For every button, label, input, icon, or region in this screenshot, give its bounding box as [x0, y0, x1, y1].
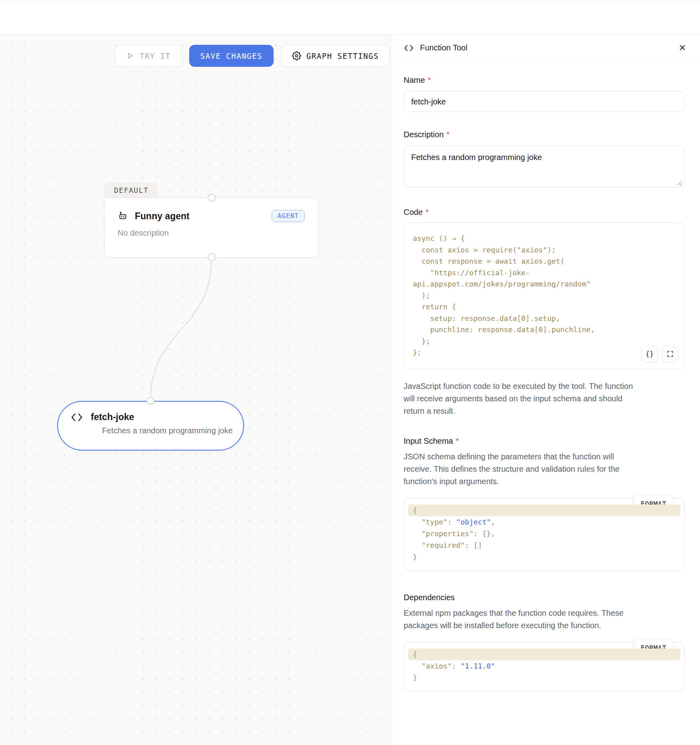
- description-field-wrap: Fetches a random programming joke: [404, 146, 685, 189]
- panel-body: Name* Description* Fetches a random prog…: [391, 61, 700, 707]
- graph-canvas[interactable]: TRY IT SAVE CHANGES GRAPH SETTINGS DEFAU…: [0, 35, 391, 745]
- tool-node-description: Fetches a random programming joke: [102, 426, 231, 435]
- input-schema-help-text: JSON schema defining the parameters that…: [404, 451, 685, 488]
- app-main: TRY IT SAVE CHANGES GRAPH SETTINGS DEFAU…: [0, 35, 700, 745]
- json-line: {: [404, 505, 684, 516]
- tool-node-header: fetch-joke: [71, 412, 231, 423]
- agent-node-top-handle[interactable]: [208, 194, 216, 202]
- required-asterisk: *: [426, 208, 429, 216]
- panel-title: Function Tool: [420, 43, 468, 52]
- code-editor[interactable]: async () ⇒ { const axios = require("axio…: [404, 222, 685, 369]
- tool-node-fetch-joke[interactable]: fetch-joke Fetches a random programming …: [57, 401, 244, 451]
- close-panel-button[interactable]: ✕: [676, 42, 689, 54]
- input-schema-label: Input Schema*: [404, 437, 685, 446]
- json-line: "required": []: [404, 539, 684, 551]
- format-braces-button[interactable]: {}: [642, 346, 658, 362]
- edge-agent-to-tool[interactable]: [150, 258, 212, 401]
- dependencies-label: Dependencies: [404, 593, 685, 602]
- agent-node-bottom-handle[interactable]: [208, 253, 216, 261]
- window-top-bar: [0, 0, 700, 35]
- tool-node-title: fetch-joke: [91, 412, 134, 423]
- agent-node-funny-agent[interactable]: Funny agent AGENT No description: [104, 198, 319, 258]
- name-label: Name*: [404, 76, 685, 85]
- name-input[interactable]: [404, 91, 685, 112]
- edge-layer: [0, 35, 391, 745]
- json-line: {: [404, 649, 684, 660]
- close-icon: ✕: [679, 43, 686, 53]
- input-schema-editor[interactable]: FORMAT { "type": "object", "properties":…: [404, 498, 685, 571]
- description-label: Description*: [404, 130, 685, 139]
- agent-node-header: Funny agent AGENT: [118, 210, 305, 222]
- gear-icon: [292, 51, 301, 60]
- robot-icon: [118, 211, 128, 221]
- code-brackets-icon: [71, 413, 83, 422]
- required-asterisk: *: [446, 130, 450, 139]
- tool-node-top-handle[interactable]: [146, 397, 154, 405]
- group-tab-default[interactable]: DEFAULT: [104, 182, 158, 198]
- try-it-button[interactable]: TRY IT: [115, 45, 182, 67]
- braces-icon: {}: [646, 350, 654, 358]
- json-line: "axios": "1.11.0": [404, 660, 684, 672]
- save-changes-label: SAVE CHANGES: [200, 52, 262, 60]
- dependencies-editor[interactable]: FORMAT { "axios": "1.11.0" }: [404, 642, 685, 691]
- json-line: }: [404, 672, 684, 683]
- code-content[interactable]: async () ⇒ { const axios = require("axio…: [413, 233, 676, 358]
- active-line-highlight: [408, 649, 680, 660]
- dependencies-help-text: External npm packages that the function …: [404, 607, 685, 632]
- code-editor-actions: {}: [642, 346, 678, 362]
- agent-node-description: No description: [118, 228, 305, 238]
- code-brackets-icon: [404, 44, 414, 52]
- description-textarea[interactable]: Fetches a random programming joke: [404, 146, 685, 188]
- code-label: Code*: [404, 208, 685, 217]
- required-asterisk: *: [428, 76, 431, 84]
- group-tab-label: DEFAULT: [114, 186, 148, 194]
- resize-grip-icon[interactable]: [676, 180, 682, 186]
- panel-header: Function Tool ✕: [391, 35, 700, 61]
- expand-fullscreen-button[interactable]: [662, 346, 678, 362]
- try-it-label: TRY IT: [140, 52, 171, 60]
- active-line-highlight: [408, 505, 680, 516]
- agent-type-badge: AGENT: [272, 210, 305, 222]
- graph-settings-label: GRAPH SETTINGS: [306, 52, 379, 60]
- json-line: }: [404, 551, 684, 563]
- code-help-text: JavaScript function code to be executed …: [404, 380, 685, 417]
- canvas-toolbar: TRY IT SAVE CHANGES GRAPH SETTINGS: [115, 45, 390, 67]
- play-icon: [126, 52, 134, 60]
- maximize-icon: [667, 350, 674, 357]
- json-line: "type": "object",: [404, 516, 684, 528]
- required-asterisk: *: [456, 437, 459, 445]
- json-line: "properties": {},: [404, 528, 684, 539]
- function-tool-panel: Function Tool ✕ Name* Description* Fetch…: [391, 35, 700, 745]
- save-changes-button[interactable]: SAVE CHANGES: [189, 45, 274, 67]
- agent-node-title: Funny agent: [135, 211, 190, 222]
- graph-settings-button[interactable]: GRAPH SETTINGS: [281, 45, 390, 67]
